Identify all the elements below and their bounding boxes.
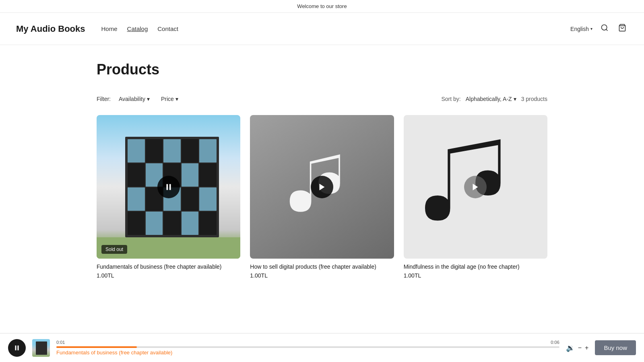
search-icon: [601, 24, 609, 32]
play-button-2[interactable]: [311, 176, 333, 198]
header-left: My Audio Books Home Catalog Contact: [16, 24, 178, 34]
main-content: Products Filter: Availability ▾ Price ▾ …: [80, 45, 564, 327]
product-name-3: Mindfulness in the digital age (no free …: [404, 263, 547, 270]
chevron-down-icon: ▾: [590, 27, 592, 31]
pause-icon: [164, 183, 173, 191]
play-icon: [318, 183, 326, 191]
product-image-1: Sold out: [97, 115, 240, 259]
language-selector[interactable]: English ▾: [570, 26, 592, 32]
banner-text: Welcome to our store: [297, 3, 347, 9]
sort-dropdown[interactable]: Alphabetically, A-Z ▾: [466, 96, 516, 102]
product-price-1: 1.00TL: [97, 272, 240, 279]
product-image-2: [250, 115, 394, 259]
play-button-3[interactable]: [464, 176, 487, 198]
product-count: 3 products: [521, 96, 547, 102]
chevron-down-icon: ▾: [175, 96, 178, 102]
filter-right: Sort by: Alphabetically, A-Z ▾ 3 product…: [441, 96, 547, 102]
filter-label: Filter:: [97, 96, 111, 102]
product-grid: Sold out Fundamentals of business (free …: [97, 115, 547, 279]
product-image-3: [404, 115, 547, 259]
product-name-1: Fundamentals of business (free chapter a…: [97, 263, 240, 270]
svg-marker-6: [473, 183, 478, 190]
product-name-2: How to sell digital products (free chapt…: [250, 263, 394, 270]
svg-marker-5: [320, 183, 325, 190]
nav-contact[interactable]: Contact: [157, 25, 178, 32]
cart-button[interactable]: [617, 22, 628, 35]
availability-filter[interactable]: Availability ▾: [116, 94, 153, 104]
site-title[interactable]: My Audio Books: [16, 24, 85, 34]
cart-icon: [618, 24, 626, 32]
chevron-down-icon: ▾: [147, 96, 150, 102]
sold-out-badge: Sold out: [101, 245, 127, 254]
nav-catalog[interactable]: Catalog: [127, 25, 148, 32]
filter-left: Filter: Availability ▾ Price ▾: [97, 94, 182, 104]
product-price-3: 1.00TL: [404, 272, 547, 279]
svg-line-1: [606, 29, 608, 31]
svg-rect-3: [166, 184, 168, 190]
search-button[interactable]: [599, 22, 610, 35]
product-card-2[interactable]: How to sell digital products (free chapt…: [250, 115, 394, 279]
filter-bar: Filter: Availability ▾ Price ▾ Sort by: …: [97, 94, 547, 104]
product-card-1[interactable]: Sold out Fundamentals of business (free …: [97, 115, 240, 279]
language-label: English: [570, 26, 589, 32]
top-banner: Welcome to our store: [0, 0, 644, 13]
product-card-3[interactable]: Mindfulness in the digital age (no free …: [404, 115, 547, 279]
nav-home[interactable]: Home: [101, 25, 118, 32]
sort-label: Sort by:: [441, 96, 460, 102]
svg-rect-4: [169, 184, 171, 190]
pause-button-1[interactable]: [157, 176, 180, 198]
page-title: Products: [97, 61, 547, 78]
price-filter[interactable]: Price ▾: [158, 94, 182, 104]
chevron-down-icon: ▾: [514, 96, 516, 102]
nav: Home Catalog Contact: [101, 25, 178, 32]
header: My Audio Books Home Catalog Contact Engl…: [0, 13, 644, 45]
svg-point-0: [602, 25, 607, 30]
product-price-2: 1.00TL: [250, 272, 394, 279]
header-right: English ▾: [570, 22, 628, 35]
play-icon: [471, 183, 480, 191]
